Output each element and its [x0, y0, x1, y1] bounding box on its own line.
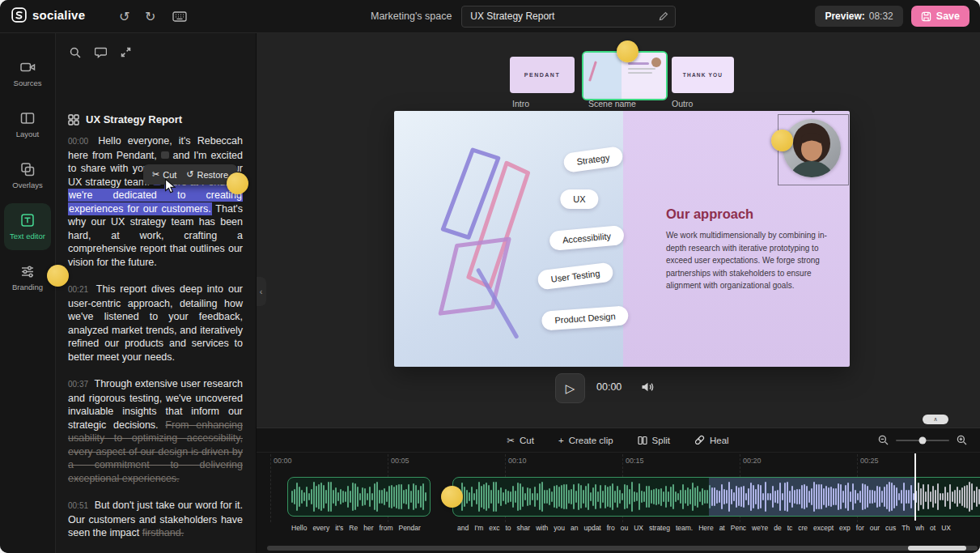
- timeline-word[interactable]: Th: [902, 524, 910, 536]
- search-icon[interactable]: [70, 47, 81, 58]
- ruler-gridline: [270, 454, 271, 522]
- restore-text-button[interactable]: ↺Restore: [186, 169, 228, 180]
- panel-collapse-button[interactable]: ‹: [256, 277, 266, 306]
- volume-icon[interactable]: [641, 381, 654, 393]
- ruler-tick[interactable]: 00:05: [391, 457, 409, 465]
- undo-icon[interactable]: ↺: [119, 0, 129, 32]
- timeline-word[interactable]: every: [312, 524, 329, 536]
- timeline-word[interactable]: ou: [621, 524, 628, 536]
- scene-label-current[interactable]: Scene name: [588, 99, 636, 108]
- keyboard-shortcuts-icon[interactable]: [172, 0, 187, 32]
- timeline-word[interactable]: with: [536, 524, 548, 536]
- redo-icon[interactable]: ↻: [145, 0, 155, 32]
- timeline-word[interactable]: de: [774, 524, 781, 536]
- timeline-word[interactable]: except: [813, 524, 834, 536]
- topic-pill[interactable]: UX: [560, 189, 598, 209]
- logo-text: socialive: [32, 8, 85, 22]
- timeline-word[interactable]: exp: [839, 524, 851, 536]
- timeline-scrollbar-thumb[interactable]: [908, 546, 966, 551]
- zoom-slider[interactable]: [896, 440, 949, 441]
- camera-icon: [20, 60, 36, 74]
- zoom-out-icon[interactable]: [878, 435, 889, 445]
- timeline-word[interactable]: Penc: [731, 524, 746, 536]
- timeline-word[interactable]: it's: [335, 524, 343, 536]
- timeline-word[interactable]: and: [457, 524, 469, 536]
- ruler-tick[interactable]: 00:10: [508, 457, 527, 465]
- expand-icon[interactable]: [121, 47, 131, 58]
- timeline-scrollbar-track[interactable]: [267, 546, 978, 551]
- ruler-tick[interactable]: 00:25: [860, 457, 879, 465]
- timeline-word[interactable]: for: [856, 524, 864, 536]
- sidebar-item-text-editor[interactable]: Text editor: [4, 203, 51, 250]
- audio-clip-1[interactable]: [287, 477, 431, 517]
- timeline-word[interactable]: we're: [752, 524, 768, 536]
- sidebar-item-overlays[interactable]: Overlays: [4, 152, 51, 199]
- sidebar-item-layout[interactable]: Layout: [4, 101, 51, 148]
- zoom-controls: [878, 435, 967, 445]
- transcript-panel: UX Strategy Report 00:00 Hello everyone,…: [55, 32, 257, 553]
- timeline-word[interactable]: at: [719, 524, 725, 536]
- timeline-word[interactable]: an: [571, 524, 578, 536]
- heal-button[interactable]: Heal: [694, 435, 729, 445]
- comment-icon[interactable]: [95, 47, 107, 58]
- timeline-word[interactable]: tc: [787, 524, 793, 536]
- timeline-word[interactable]: Re: [349, 524, 358, 536]
- app-window: socialive ↺ ↻ Marketing's space UX Strat…: [0, 0, 980, 553]
- left-sidebar: Sources Layout Overlays Text editor Bran…: [0, 32, 56, 553]
- zoom-in-icon[interactable]: [957, 435, 967, 445]
- presenter-webcam[interactable]: [783, 119, 841, 177]
- timeline-word[interactable]: strateg: [649, 524, 670, 536]
- timeline-panel: ∧ ✂Cut +Create clip Split Heal 00:00: [256, 428, 980, 553]
- timeline-word[interactable]: from: [379, 524, 392, 536]
- timeline-word[interactable]: her: [363, 524, 373, 536]
- timeline-word[interactable]: UX: [941, 524, 951, 536]
- removed-transcript-text[interactable]: firsthand.: [142, 527, 184, 538]
- ruler-tick[interactable]: 00:20: [743, 457, 762, 465]
- timeline-word[interactable]: shar: [517, 524, 531, 536]
- timeline-word[interactable]: Here: [698, 524, 713, 536]
- scene-thumbnail-outro[interactable]: THANK YOU: [672, 57, 734, 93]
- waveform-selection[interactable]: [709, 478, 915, 516]
- ruler-tick[interactable]: 00:15: [626, 457, 644, 465]
- timeline-collapse-handle[interactable]: ∧: [923, 415, 948, 424]
- edit-pencil-icon[interactable]: [659, 11, 668, 21]
- timeline-word[interactable]: Hello: [291, 524, 307, 536]
- scene-label-intro[interactable]: Intro: [512, 99, 529, 108]
- play-button[interactable]: ▷: [555, 373, 585, 403]
- timeline-word[interactable]: exc: [489, 524, 499, 536]
- timeline-word[interactable]: you: [554, 524, 565, 536]
- preview-button[interactable]: Preview: 08:32: [815, 6, 902, 27]
- timeline-word[interactable]: to: [506, 524, 511, 536]
- scene-thumbnail-intro[interactable]: PENDANT: [510, 57, 575, 93]
- zoom-slider-thumb[interactable]: [919, 436, 927, 444]
- timeline-word[interactable]: Pendar: [398, 524, 420, 536]
- playhead[interactable]: [914, 453, 916, 521]
- app-logo[interactable]: socialive: [11, 7, 85, 23]
- filler-word-chip[interactable]: [161, 151, 169, 159]
- timeline-word[interactable]: ot: [930, 524, 935, 536]
- timeline-word[interactable]: I'm: [474, 524, 483, 536]
- save-button[interactable]: Save: [911, 6, 969, 27]
- timeline-word[interactable]: updat: [583, 524, 600, 536]
- sidebar-item-sources[interactable]: Sources: [4, 50, 51, 97]
- scissors-icon: ✂: [507, 435, 515, 446]
- timeline-word[interactable]: cus: [885, 524, 896, 536]
- sidebar-item-label: Overlays: [12, 181, 42, 189]
- timeline-word[interactable]: wh: [915, 524, 924, 536]
- create-clip-button[interactable]: +Create clip: [558, 436, 613, 445]
- scene-label-outro[interactable]: Outro: [672, 99, 693, 108]
- ruler-tick[interactable]: 00:00: [274, 457, 292, 465]
- timeline-word[interactable]: cre: [798, 524, 808, 536]
- timeline-word[interactable]: our: [870, 524, 880, 536]
- project-title-input[interactable]: UX Strategy Report: [461, 6, 676, 28]
- sidebar-item-branding[interactable]: Branding: [4, 254, 51, 301]
- timeline-word[interactable]: team.: [676, 524, 693, 536]
- transcript-text[interactable]: 00:00 Hello everyone, it's Rebeccah here…: [68, 134, 243, 553]
- timeline-word[interactable]: fro: [607, 524, 615, 536]
- transcript-segment[interactable]: This report dives deep into our user-cen…: [68, 283, 243, 363]
- audio-clip-2[interactable]: [452, 477, 980, 517]
- cut-button[interactable]: ✂Cut: [507, 435, 534, 446]
- timeline-word[interactable]: UX: [634, 524, 643, 536]
- sidebar-item-label: Text editor: [10, 232, 45, 240]
- split-button[interactable]: Split: [638, 436, 670, 445]
